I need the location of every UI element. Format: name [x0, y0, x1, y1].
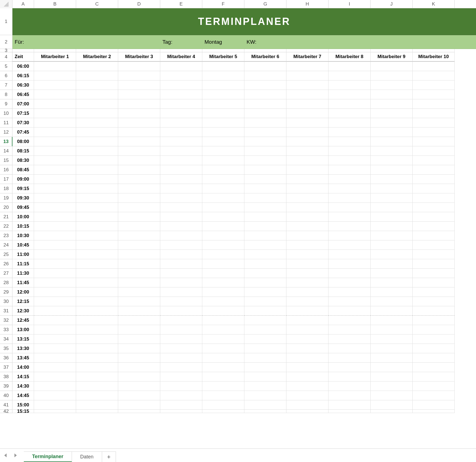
cell[interactable] — [286, 231, 328, 240]
row-header-25[interactable]: 25 — [0, 250, 12, 259]
cell[interactable] — [118, 109, 160, 118]
cell[interactable] — [328, 156, 371, 165]
cell[interactable] — [118, 231, 160, 240]
col-header-K[interactable]: K — [413, 0, 455, 8]
cell[interactable] — [244, 334, 286, 344]
cell[interactable] — [160, 109, 202, 118]
time-cell[interactable]: 14:15 — [12, 372, 34, 381]
cell[interactable] — [371, 250, 413, 259]
cell[interactable] — [328, 325, 371, 334]
row-header-39[interactable]: 39 — [0, 381, 12, 391]
cell[interactable] — [34, 410, 76, 413]
cell[interactable] — [244, 203, 286, 212]
time-cell[interactable]: 11:30 — [12, 269, 34, 278]
select-all-triangle[interactable] — [0, 0, 12, 8]
cell[interactable] — [286, 316, 328, 325]
cell[interactable] — [118, 71, 160, 81]
cell[interactable] — [328, 137, 371, 146]
cell[interactable] — [160, 287, 202, 297]
cell[interactable] — [34, 287, 76, 297]
cell[interactable] — [160, 99, 202, 109]
time-cell[interactable]: 12:30 — [12, 306, 34, 316]
row-header-1[interactable]: 1 — [0, 8, 12, 35]
cell[interactable] — [34, 353, 76, 363]
cell[interactable] — [160, 128, 202, 137]
time-cell[interactable]: 09:45 — [12, 203, 34, 212]
cell[interactable] — [160, 250, 202, 259]
cell[interactable] — [328, 334, 371, 344]
cell[interactable] — [34, 363, 76, 372]
cell[interactable] — [413, 71, 455, 81]
cell[interactable] — [118, 381, 160, 391]
cell[interactable] — [286, 118, 328, 128]
cell[interactable] — [118, 372, 160, 381]
cell[interactable] — [371, 49, 413, 52]
cell[interactable] — [371, 306, 413, 316]
cell[interactable] — [118, 146, 160, 156]
cell[interactable] — [371, 400, 413, 410]
cell[interactable] — [202, 146, 244, 156]
cell[interactable] — [118, 222, 160, 231]
cell[interactable] — [118, 391, 160, 400]
cell[interactable] — [118, 316, 160, 325]
cell[interactable] — [286, 175, 328, 184]
cell[interactable] — [413, 287, 455, 297]
cell[interactable] — [202, 410, 244, 413]
row-header-32[interactable]: 32 — [0, 316, 12, 325]
col-header-G[interactable]: G — [244, 0, 286, 8]
cell[interactable] — [76, 287, 118, 297]
row-header-38[interactable]: 38 — [0, 372, 12, 381]
cell[interactable] — [413, 381, 455, 391]
cell[interactable] — [160, 193, 202, 203]
cell[interactable] — [244, 62, 286, 71]
cell[interactable] — [76, 203, 118, 212]
cell[interactable] — [328, 62, 371, 71]
row-header-6[interactable]: 6 — [0, 71, 12, 81]
cell[interactable] — [286, 193, 328, 203]
cell[interactable] — [286, 410, 328, 413]
cell[interactable] — [202, 156, 244, 165]
cell[interactable] — [413, 372, 455, 381]
cell[interactable] — [76, 146, 118, 156]
cell[interactable] — [286, 259, 328, 269]
cell[interactable] — [371, 287, 413, 297]
cell[interactable] — [244, 297, 286, 306]
cell[interactable] — [328, 240, 371, 250]
time-cell[interactable]: 13:30 — [12, 344, 34, 353]
header-col-4[interactable]: Mitarbeiter 4 — [160, 52, 202, 62]
cell[interactable] — [76, 212, 118, 222]
tab-daten[interactable]: Daten — [72, 451, 102, 462]
cell[interactable] — [160, 325, 202, 334]
time-cell[interactable]: 09:15 — [12, 184, 34, 193]
cell[interactable] — [118, 410, 160, 413]
time-cell[interactable]: 08:15 — [12, 146, 34, 156]
time-cell[interactable]: 12:00 — [12, 287, 34, 297]
cell[interactable] — [76, 250, 118, 259]
cell[interactable] — [202, 381, 244, 391]
cell[interactable] — [244, 184, 286, 193]
row-header-5[interactable]: 5 — [0, 62, 12, 71]
cell[interactable] — [286, 269, 328, 278]
time-cell[interactable]: 14:45 — [12, 391, 34, 400]
col-header-C[interactable]: C — [76, 0, 118, 8]
cell[interactable] — [371, 372, 413, 381]
row-header-30[interactable]: 30 — [0, 297, 12, 306]
cell[interactable] — [413, 137, 455, 146]
cell[interactable] — [160, 165, 202, 175]
time-cell[interactable]: 07:15 — [12, 109, 34, 118]
cell[interactable] — [328, 81, 371, 90]
header-col-6[interactable]: Mitarbeiter 6 — [244, 52, 286, 62]
cell[interactable] — [371, 278, 413, 287]
cell[interactable] — [286, 222, 328, 231]
cell[interactable] — [413, 118, 455, 128]
cell[interactable] — [76, 410, 118, 413]
header-col-2[interactable]: Mitarbeiter 2 — [76, 52, 118, 62]
row-header-18[interactable]: 18 — [0, 184, 12, 193]
row-header-36[interactable]: 36 — [0, 353, 12, 363]
cell[interactable] — [202, 363, 244, 372]
cell[interactable] — [328, 410, 371, 413]
cell[interactable] — [118, 269, 160, 278]
row-header-14[interactable]: 14 — [0, 146, 12, 156]
cell[interactable] — [413, 410, 455, 413]
cell[interactable] — [371, 203, 413, 212]
